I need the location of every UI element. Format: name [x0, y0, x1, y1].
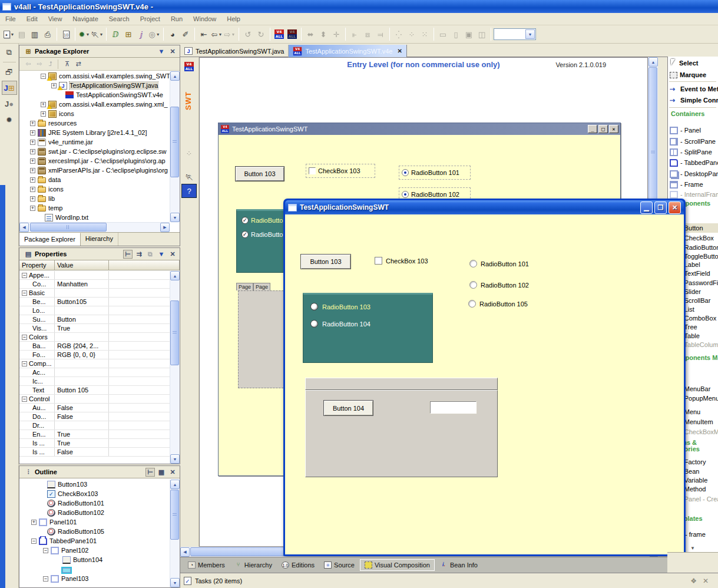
- preview-checkbox103[interactable]: CheckBox 103: [375, 257, 428, 265]
- debug-button[interactable]: ✹▼: [78, 27, 91, 41]
- same-both-button[interactable]: ◫: [475, 27, 488, 41]
- tab-v4e-editor[interactable]: V4ALL TestApplicationSwingSWT.v4e ✕: [289, 45, 406, 57]
- property-row[interactable]: Ic...: [19, 377, 170, 386]
- radio-circle[interactable]: [402, 169, 409, 176]
- column-value[interactable]: Value: [55, 260, 109, 270]
- maximize-icon[interactable]: ❐: [654, 201, 667, 214]
- preview-radio104[interactable]: RadioButton 104: [310, 320, 432, 328]
- scroll-up-icon[interactable]: ▲: [170, 480, 180, 489]
- restore-default-icon[interactable]: ⧉: [145, 250, 155, 259]
- tree-item[interactable]: RadioButton102: [19, 508, 170, 517]
- search-button[interactable]: ✐: [179, 27, 192, 41]
- radio-circle[interactable]: [469, 281, 477, 289]
- distribute-right-button[interactable]: ⫤: [374, 27, 387, 41]
- view-menu-icon[interactable]: ▼: [157, 47, 166, 56]
- preview-window[interactable]: TestApplicationSwingSWT ▁ ❐ ✕ Button 103…: [283, 199, 686, 556]
- palette-item-tabbedpane[interactable]: - TabbedPane: [670, 158, 718, 167]
- tree-item[interactable]: +JTestApplicationSwingSWT.java: [19, 81, 170, 90]
- minimize-icon[interactable]: _: [588, 125, 597, 133]
- tasks-filter-icon[interactable]: ❖: [690, 577, 697, 585]
- up-nav-icon[interactable]: ⮥: [46, 60, 55, 68]
- align-vertical-button[interactable]: ⬍: [317, 27, 330, 41]
- menu-search[interactable]: Search: [104, 14, 135, 24]
- palette-marquee-tool[interactable]: Marquee: [670, 70, 718, 80]
- tab-hierarchy[interactable]: Hierarchy: [81, 233, 118, 246]
- tab-bean-info[interactable]: i.Bean Info: [436, 560, 482, 570]
- tab-page1[interactable]: Page: [236, 283, 253, 290]
- v4all-dark-button[interactable]: V4ALL: [286, 27, 299, 41]
- property-row[interactable]: Vis...True: [19, 324, 170, 333]
- forward-nav-icon[interactable]: ⇨: [35, 60, 44, 68]
- property-row[interactable]: Ba...RGB {204, 2...: [19, 342, 170, 351]
- preview-tabbedpane-tabs[interactable]: [305, 378, 498, 390]
- outline-vscrollbar[interactable]: ▲ ▼: [170, 480, 180, 587]
- property-row[interactable]: −Basic: [19, 289, 170, 298]
- refresh-all-button[interactable]: ↻: [254, 27, 267, 41]
- property-row[interactable]: −Colors: [19, 333, 170, 342]
- new-package-button[interactable]: ⊞: [122, 27, 135, 41]
- column-property[interactable]: Property: [19, 260, 55, 270]
- property-row[interactable]: Lo...: [19, 306, 170, 315]
- minimize-icon[interactable]: ▁: [640, 201, 653, 214]
- radio-circle[interactable]: [310, 320, 318, 328]
- radio-circle[interactable]: [469, 260, 477, 267]
- palette-event-tool[interactable]: ⇢Event to Method: [670, 84, 718, 94]
- match-grid-button[interactable]: ⁘: [405, 27, 418, 41]
- combo-dropdown-icon[interactable]: ▼: [525, 29, 535, 39]
- property-row[interactable]: Su...Button: [19, 315, 170, 324]
- tree-item[interactable]: +icons: [19, 184, 170, 194]
- menu-run[interactable]: Run: [166, 14, 188, 24]
- new-wizard-button[interactable]: ✦▼: [2, 27, 15, 41]
- forward-button[interactable]: ⇨▼: [223, 27, 236, 41]
- close-tab-icon[interactable]: ✕: [397, 48, 402, 54]
- debug-perspective-button[interactable]: ✹: [2, 113, 17, 127]
- property-row[interactable]: Is ...False: [19, 448, 170, 457]
- scroll-right-icon[interactable]: ▶: [160, 223, 170, 232]
- designer-titlebar[interactable]: V4ALL TestApplicationSwingSWT _ □ ✕: [219, 123, 620, 135]
- close-icon[interactable]: ✕: [609, 125, 618, 133]
- print-button[interactable]: ⎙︎: [41, 27, 54, 41]
- tab-visual-composition[interactable]: Visual Composition: [360, 559, 435, 571]
- palette-item-panel[interactable]: - Panel: [670, 125, 718, 135]
- tab-members[interactable]: ◔Members: [184, 560, 229, 570]
- radio-circle[interactable]: ✓: [241, 217, 249, 224]
- property-row[interactable]: −Appe...: [19, 271, 170, 280]
- tree-mode-icon[interactable]: ⊢: [145, 468, 155, 477]
- radio-circle[interactable]: [402, 191, 409, 198]
- run-button[interactable]: 🏃︎▼: [91, 27, 104, 41]
- scroll-left-icon[interactable]: ◀: [180, 547, 190, 557]
- tree-item[interactable]: +swt.jar - C:\eclipse\plugins\org.eclips…: [19, 147, 170, 156]
- property-row[interactable]: Au...False: [19, 404, 170, 412]
- editions-button[interactable]: 10: [59, 27, 72, 41]
- tree-item[interactable]: +JRE System Library [j2re1.4.1_02]: [19, 128, 170, 137]
- tree-item[interactable]: +resources: [19, 118, 170, 128]
- palette-item-desktoppane[interactable]: - DesktopPane: [670, 169, 718, 179]
- preview-radio101[interactable]: RadioButton 101: [469, 260, 529, 267]
- properties-vscrollbar[interactable]: ▲ ▼: [170, 271, 180, 464]
- package-explorer-hscrollbar[interactable]: ◀ ▶: [19, 222, 170, 232]
- radio-circle[interactable]: ✓: [241, 231, 249, 238]
- property-row[interactable]: Ac...: [19, 368, 170, 377]
- maximize-icon[interactable]: □: [598, 125, 608, 133]
- preview-radio105[interactable]: RadioButton 105: [468, 300, 528, 308]
- palette-item-internalframe[interactable]: - InternalFrame▼: [670, 190, 718, 199]
- distribute-left-button[interactable]: ⫦: [348, 27, 361, 41]
- distribute-center-button[interactable]: ⧈: [361, 27, 374, 41]
- menu-edit[interactable]: Edit: [21, 14, 43, 24]
- save-button[interactable]: ▤: [15, 27, 28, 41]
- open-perspective-button[interactable]: ⧉: [2, 45, 17, 60]
- tree-item[interactable]: +Panel101: [19, 517, 170, 527]
- menu-window[interactable]: Window: [188, 14, 221, 24]
- menu-view[interactable]: View: [43, 14, 68, 24]
- palette-item-scrollpane[interactable]: - ScrollPane: [670, 137, 718, 146]
- tree-item[interactable]: +data: [19, 175, 170, 184]
- same-width-button[interactable]: ▭: [436, 27, 449, 41]
- sort-properties-icon[interactable]: ⇉: [134, 250, 144, 259]
- property-row[interactable]: Be...Button105: [19, 298, 170, 306]
- last-edit-button[interactable]: ⇤: [197, 27, 210, 41]
- checkbox-box[interactable]: [309, 167, 316, 174]
- scroll-up-icon[interactable]: ▲: [170, 271, 180, 280]
- align-horizontal-button[interactable]: ⬌: [304, 27, 317, 41]
- menu-file[interactable]: File: [0, 14, 21, 24]
- show-categories-icon[interactable]: ⊢: [123, 250, 133, 259]
